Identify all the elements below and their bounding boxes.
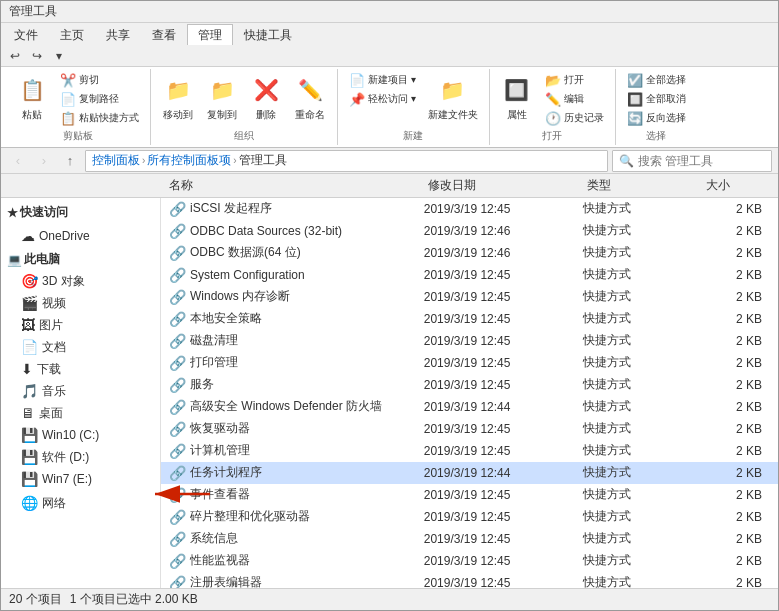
file-col-name: 🔗 打印管理: [161, 354, 420, 371]
table-row[interactable]: 🔗 打印管理 2019/3/19 12:45 快捷方式 2 KB: [161, 352, 778, 374]
table-row[interactable]: 🔗 ODBC Data Sources (32-bit) 2019/3/19 1…: [161, 220, 778, 242]
nav-back-button[interactable]: ‹: [7, 150, 29, 172]
file-col-date: 2019/3/19 12:45: [420, 356, 579, 370]
new-item-icon: 📄: [349, 73, 365, 88]
col-header-size[interactable]: 大小: [698, 177, 778, 194]
paste-shortcut-button[interactable]: 📋 粘贴快捷方式: [55, 109, 144, 127]
sidebar-item-win10c[interactable]: 💾 Win10 (C:): [1, 424, 160, 446]
sidebar-item-documents[interactable]: 📄 文档: [1, 336, 160, 358]
edit-button[interactable]: ✏️ 编辑: [540, 90, 609, 108]
paste-button[interactable]: 📋 粘贴: [11, 71, 53, 125]
file-col-name: 🔗 性能监视器: [161, 552, 420, 569]
new-folder-label: 新建文件夹: [428, 108, 478, 122]
table-row[interactable]: 🔗 系统信息 2019/3/19 12:45 快捷方式 2 KB: [161, 528, 778, 550]
address-path[interactable]: 控制面板 › 所有控制面板项 › 管理工具: [85, 150, 608, 172]
move-to-button[interactable]: 📁 移动到: [157, 71, 199, 125]
search-input[interactable]: [638, 154, 765, 168]
table-row[interactable]: 🔗 服务 2019/3/19 12:45 快捷方式 2 KB: [161, 374, 778, 396]
delete-button[interactable]: ❌ 删除: [245, 71, 287, 125]
nav-up-button[interactable]: ↑: [59, 150, 81, 172]
breadcrumb-sep-1: ›: [142, 155, 145, 166]
file-col-size: 2 KB: [698, 444, 778, 458]
table-row[interactable]: 🔗 恢复驱动器 2019/3/19 12:45 快捷方式 2 KB: [161, 418, 778, 440]
breadcrumb-allitems[interactable]: 所有控制面板项: [147, 152, 231, 169]
cut-label: 剪切: [79, 73, 99, 87]
rename-icon: ✏️: [294, 74, 326, 106]
tab-file[interactable]: 文件: [3, 24, 49, 45]
qat-undo[interactable]: ↩: [5, 46, 25, 66]
history-button[interactable]: 🕐 历史记录: [540, 109, 609, 127]
open-button[interactable]: 📂 打开: [540, 71, 609, 89]
copy-path-icon: 📄: [60, 92, 76, 107]
table-row[interactable]: 🔗 ODBC 数据源(64 位) 2019/3/19 12:46 快捷方式 2 …: [161, 242, 778, 264]
table-row[interactable]: 🔗 任务计划程序 2019/3/19 12:44 快捷方式 2 KB: [161, 462, 778, 484]
sidebar-item-desktop[interactable]: 🖥 桌面: [1, 402, 160, 424]
sidebar-item-network[interactable]: 🌐 网络: [1, 492, 160, 514]
cut-button[interactable]: ✂️ 剪切: [55, 71, 144, 89]
col-header-date[interactable]: 修改日期: [420, 177, 579, 194]
tab-quicktools[interactable]: 快捷工具: [233, 24, 303, 45]
select-all-button[interactable]: ☑️ 全部选择: [622, 71, 691, 89]
table-row[interactable]: 🔗 本地安全策略 2019/3/19 12:45 快捷方式 2 KB: [161, 308, 778, 330]
table-row[interactable]: 🔗 System Configuration 2019/3/19 12:45 快…: [161, 264, 778, 286]
table-row[interactable]: 🔗 注册表编辑器 2019/3/19 12:45 快捷方式 2 KB: [161, 572, 778, 588]
sidebar-item-music[interactable]: 🎵 音乐: [1, 380, 160, 402]
file-col-date: 2019/3/19 12:45: [420, 532, 579, 546]
sidebar-item-pictures[interactable]: 🖼 图片: [1, 314, 160, 336]
thispc-icon: 💻: [7, 253, 22, 267]
col-header-type[interactable]: 类型: [579, 177, 698, 194]
table-row[interactable]: 🔗 性能监视器 2019/3/19 12:45 快捷方式 2 KB: [161, 550, 778, 572]
copy-to-button[interactable]: 📁 复制到: [201, 71, 243, 125]
table-row[interactable]: 🔗 Windows 内存诊断 2019/3/19 12:45 快捷方式 2 KB: [161, 286, 778, 308]
search-box[interactable]: 🔍: [612, 150, 772, 172]
breadcrumb-controlpanel[interactable]: 控制面板: [92, 152, 140, 169]
select-buttons: ☑️ 全部选择 🔲 全部取消 🔄 反向选择: [622, 71, 691, 127]
file-col-type: 快捷方式: [579, 288, 698, 305]
properties-button[interactable]: 🔲 属性: [496, 71, 538, 125]
music-icon: 🎵: [21, 383, 38, 399]
rename-button[interactable]: ✏️ 重命名: [289, 71, 331, 125]
sidebar-item-win7e[interactable]: 💾 Win7 (E:): [1, 468, 160, 490]
sidebar-item-softd[interactable]: 💾 软件 (D:): [1, 446, 160, 468]
sidebar-quickaccess-header[interactable]: ★ 快速访问: [1, 202, 160, 223]
tab-home[interactable]: 主页: [49, 24, 95, 45]
new-item-button[interactable]: 📄 新建项目 ▾: [344, 71, 421, 89]
qat-dropdown[interactable]: ▾: [49, 46, 69, 66]
file-col-type: 快捷方式: [579, 398, 698, 415]
sidebar-item-onedrive[interactable]: ☁ OneDrive: [1, 225, 160, 247]
table-row[interactable]: 🔗 高级安全 Windows Defender 防火墙 2019/3/19 12…: [161, 396, 778, 418]
sidebar-item-3dobjects[interactable]: 🎯 3D 对象: [1, 270, 160, 292]
sidebar-thispc-label: 此电脑: [24, 251, 60, 268]
col-header-name[interactable]: 名称: [161, 177, 420, 194]
tab-manage[interactable]: 管理: [187, 24, 233, 45]
file-col-date: 2019/3/19 12:45: [420, 576, 579, 589]
sidebar-thispc-header[interactable]: 💻 此电脑: [1, 249, 160, 270]
file-col-date: 2019/3/19 12:45: [420, 510, 579, 524]
easy-access-button[interactable]: 📌 轻松访问 ▾: [344, 90, 421, 108]
invert-selection-button[interactable]: 🔄 反向选择: [622, 109, 691, 127]
sidebar-item-video[interactable]: 🎬 视频: [1, 292, 160, 314]
search-icon: 🔍: [619, 154, 634, 168]
sidebar-onedrive-label: OneDrive: [39, 229, 90, 243]
copy-path-button[interactable]: 📄 复制路径: [55, 90, 144, 108]
sidebar-item-downloads[interactable]: ⬇ 下载: [1, 358, 160, 380]
edit-icon: ✏️: [545, 92, 561, 107]
open-icon: 📂: [545, 73, 561, 88]
qat-redo[interactable]: ↪: [27, 46, 47, 66]
tab-share[interactable]: 共享: [95, 24, 141, 45]
rename-label: 重命名: [295, 108, 325, 122]
table-row[interactable]: 🔗 计算机管理 2019/3/19 12:45 快捷方式 2 KB: [161, 440, 778, 462]
file-icon: 🔗: [169, 509, 186, 525]
nav-forward-button[interactable]: ›: [33, 150, 55, 172]
table-row[interactable]: 🔗 磁盘清理 2019/3/19 12:45 快捷方式 2 KB: [161, 330, 778, 352]
table-row[interactable]: 🔗 事件查看器 2019/3/19 12:45 快捷方式 2 KB: [161, 484, 778, 506]
file-col-type: 快捷方式: [579, 442, 698, 459]
tab-view[interactable]: 查看: [141, 24, 187, 45]
file-name: 事件查看器: [190, 486, 250, 503]
file-col-name: 🔗 System Configuration: [161, 267, 420, 283]
select-none-button[interactable]: 🔲 全部取消: [622, 90, 691, 108]
new-folder-button[interactable]: 📁 新建文件夹: [423, 71, 483, 125]
file-col-name: 🔗 事件查看器: [161, 486, 420, 503]
table-row[interactable]: 🔗 碎片整理和优化驱动器 2019/3/19 12:45 快捷方式 2 KB: [161, 506, 778, 528]
table-row[interactable]: 🔗 iSCSI 发起程序 2019/3/19 12:45 快捷方式 2 KB: [161, 198, 778, 220]
